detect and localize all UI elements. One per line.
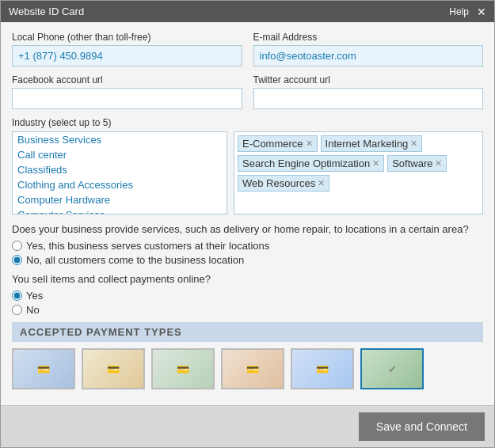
card-icon: 💳 bbox=[107, 363, 120, 375]
card-icon: 💳 bbox=[37, 363, 50, 375]
window-title: Website ID Card bbox=[9, 6, 84, 17]
footer-bar: Save and Connect bbox=[1, 405, 494, 447]
industry-list-item[interactable]: Call center bbox=[13, 147, 227, 162]
question2-text: You sell items and collect payments onli… bbox=[12, 272, 483, 287]
phone-email-row: Local Phone (other than toll-free) E-mai… bbox=[12, 32, 483, 66]
local-phone-input[interactable] bbox=[12, 45, 242, 66]
industry-list-item[interactable]: Computer Hardware bbox=[13, 192, 227, 207]
industry-tags: E-Commerce ✕Internet Marketing ✕Search E… bbox=[234, 131, 483, 215]
email-label: E-mail Address bbox=[253, 32, 484, 43]
twitter-group: Twitter account url bbox=[253, 74, 484, 109]
industry-list-item[interactable]: Business Services bbox=[13, 132, 227, 147]
radio-no1-input[interactable] bbox=[12, 255, 22, 265]
industry-tag: E-Commerce ✕ bbox=[238, 135, 318, 152]
radio-yes2-option: Yes bbox=[12, 290, 483, 302]
industry-list-item[interactable]: Clothing and Accessories bbox=[13, 177, 227, 192]
payment-section-label: ACCEPTED PAYMENT TYPES bbox=[20, 326, 182, 338]
website-id-card-window: Website ID Card Help ✕ Local Phone (othe… bbox=[0, 0, 495, 448]
card-icon: 💳 bbox=[177, 363, 189, 375]
payment-card[interactable]: 💳 bbox=[82, 348, 145, 389]
payment-card[interactable]: 💳 bbox=[151, 348, 215, 389]
radio-yes1-label: Yes, this business serves customers at t… bbox=[26, 240, 269, 252]
industry-tag: Web Resources ✕ bbox=[238, 175, 329, 192]
industry-list-item[interactable]: Computer Services bbox=[13, 207, 227, 215]
help-button[interactable]: Help bbox=[449, 6, 469, 17]
question1-section: Does your business provide services, suc… bbox=[12, 222, 483, 266]
payment-cards: 💳💳💳💳💳✔ bbox=[12, 348, 483, 393]
radio-yes1-option: Yes, this business serves customers at t… bbox=[12, 240, 483, 252]
content-area: Local Phone (other than toll-free) E-mai… bbox=[1, 22, 494, 405]
industry-section: Industry (select up to 5) Business Servi… bbox=[12, 117, 483, 215]
payment-card[interactable]: ✔ bbox=[360, 348, 424, 389]
industry-tag: Search Engine Optimization ✕ bbox=[238, 155, 384, 172]
radio-yes2-input[interactable] bbox=[12, 290, 22, 301]
radio-yes2-label: Yes bbox=[26, 290, 43, 302]
radio-yes1-input[interactable] bbox=[12, 241, 22, 251]
save-connect-button[interactable]: Save and Connect bbox=[359, 412, 485, 441]
radio-no1-label: No, all customers come to the business l… bbox=[26, 254, 244, 266]
payment-card[interactable]: 💳 bbox=[12, 348, 75, 389]
title-bar-controls: Help ✕ bbox=[449, 6, 486, 17]
card-icon: 💳 bbox=[246, 363, 259, 375]
tag-label: Software bbox=[392, 158, 432, 169]
email-input[interactable] bbox=[253, 45, 484, 66]
radio-no2-label: No bbox=[26, 304, 40, 316]
radio-no2-input[interactable] bbox=[12, 305, 22, 315]
radio-no1-option: No, all customers come to the business l… bbox=[12, 254, 483, 266]
social-row: Facebook account url Twitter account url bbox=[12, 74, 483, 109]
payment-card[interactable]: 💳 bbox=[291, 348, 354, 389]
close-button[interactable]: ✕ bbox=[477, 6, 486, 17]
facebook-group: Facebook account url bbox=[12, 74, 242, 109]
payment-section-divider: ACCEPTED PAYMENT TYPES bbox=[12, 322, 483, 342]
tag-label: E-Commerce bbox=[242, 138, 303, 150]
tag-label: Search Engine Optimization bbox=[242, 158, 370, 169]
industry-tag: Software ✕ bbox=[387, 155, 447, 172]
card-icon: 💳 bbox=[316, 363, 329, 375]
tag-label: Web Resources bbox=[242, 177, 315, 189]
card-icon: ✔ bbox=[388, 363, 397, 375]
tag-remove-button[interactable]: ✕ bbox=[410, 139, 417, 149]
email-group: E-mail Address bbox=[253, 32, 484, 66]
industry-list-item[interactable]: Classifieds bbox=[13, 162, 227, 177]
industry-tag: Internet Marketing ✕ bbox=[321, 135, 423, 152]
local-phone-group: Local Phone (other than toll-free) bbox=[12, 32, 242, 66]
question1-text: Does your business provide services, suc… bbox=[12, 222, 483, 237]
tag-remove-button[interactable]: ✕ bbox=[372, 158, 379, 169]
tag-remove-button[interactable]: ✕ bbox=[306, 139, 313, 149]
tag-label: Internet Marketing bbox=[326, 138, 409, 150]
industry-label: Industry (select up to 5) bbox=[12, 117, 483, 128]
question2-section: You sell items and collect payments onli… bbox=[12, 272, 483, 316]
local-phone-label: Local Phone (other than toll-free) bbox=[12, 32, 242, 43]
tag-remove-button[interactable]: ✕ bbox=[318, 178, 325, 188]
twitter-label: Twitter account url bbox=[253, 74, 484, 85]
industry-row: Business ServicesCall centerClassifiedsC… bbox=[12, 131, 483, 215]
title-bar: Website ID Card Help ✕ bbox=[1, 1, 494, 22]
tag-remove-button[interactable]: ✕ bbox=[435, 158, 442, 169]
facebook-label: Facebook account url bbox=[12, 74, 242, 85]
radio-no2-option: No bbox=[12, 304, 483, 316]
twitter-input[interactable] bbox=[253, 88, 484, 109]
facebook-input[interactable] bbox=[12, 88, 242, 109]
industry-list[interactable]: Business ServicesCall centerClassifiedsC… bbox=[12, 131, 227, 215]
industry-list-wrapper: Business ServicesCall centerClassifiedsC… bbox=[12, 131, 227, 215]
payment-card[interactable]: 💳 bbox=[221, 348, 284, 389]
